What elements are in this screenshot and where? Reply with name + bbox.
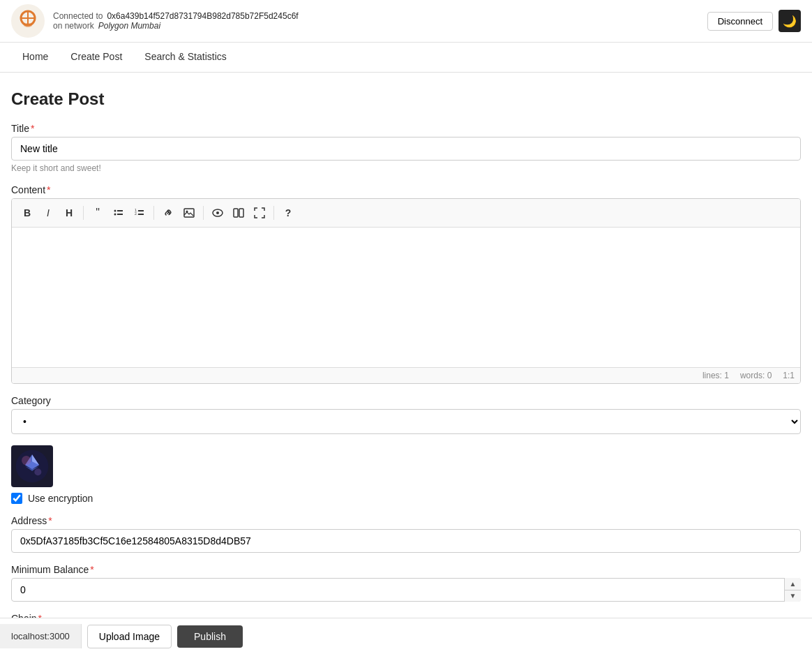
toolbar-link-button[interactable]	[158, 203, 178, 223]
toolbar-blockquote-button[interactable]: "	[88, 203, 107, 223]
editor-words: words: 0	[740, 371, 772, 380]
bottom-url: localhost:3000	[0, 624, 82, 648]
wallet-address: 0x6a439b14f527d8731794B982d785b72F5d245c…	[107, 11, 298, 21]
editor-lines: lines: 1	[702, 371, 729, 380]
header-right: Disconnect 🌙	[707, 10, 801, 32]
main-content: Create Post Title* Keep it short and swe…	[0, 73, 812, 654]
toolbar-sep-3	[203, 206, 204, 220]
fullscreen-icon	[254, 207, 265, 218]
editor-cursor: 1:1	[783, 371, 795, 380]
logo-area	[11, 4, 45, 38]
use-encryption-checkbox[interactable]	[11, 493, 22, 504]
svg-rect-18	[239, 209, 243, 217]
min-balance-input[interactable]	[11, 578, 801, 602]
svg-rect-13	[184, 209, 194, 217]
min-balance-group: Minimum Balance* ▲ ▼	[11, 564, 801, 602]
address-label: Address*	[11, 515, 801, 526]
editor-toolbar: B I H " 1. 2.	[12, 199, 800, 228]
svg-rect-17	[234, 209, 238, 217]
svg-point-4	[24, 23, 32, 27]
toolbar-sep-1	[83, 206, 84, 220]
toolbar-italic-button[interactable]: I	[38, 203, 58, 223]
toolbar-bold-button[interactable]: B	[17, 203, 37, 223]
svg-point-7	[114, 214, 116, 216]
publish-button[interactable]: Publish	[177, 625, 243, 648]
content-required-star: *	[47, 184, 50, 195]
toolbar-guide-button[interactable]: ?	[278, 203, 298, 223]
address-group: Address*	[11, 515, 801, 553]
svg-text:2.: 2.	[135, 211, 137, 216]
title-required-star: *	[31, 123, 34, 134]
content-editor: B I H " 1. 2.	[11, 198, 801, 384]
on-network-label: on network	[53, 21, 94, 31]
svg-rect-8	[117, 214, 123, 215]
svg-rect-6	[117, 210, 123, 211]
toolbar-heading-button[interactable]: H	[59, 203, 79, 223]
header: Connected to 0x6a439b14f527d8731794B982d…	[0, 0, 812, 43]
network-name: Polygon Mumbai	[98, 21, 160, 31]
toolbar-fullscreen-button[interactable]	[250, 203, 269, 223]
title-label: Title*	[11, 123, 801, 134]
ordered-list-icon: 1. 2.	[135, 208, 144, 218]
stepper-up-button[interactable]: ▲	[785, 578, 801, 590]
min-balance-required-star: *	[90, 564, 93, 575]
address-input[interactable]	[11, 529, 801, 553]
moon-icon: 🌙	[783, 15, 797, 28]
content-editor-body[interactable]	[12, 228, 800, 367]
link-icon	[163, 207, 174, 218]
use-encryption-group: Use encryption	[11, 493, 801, 504]
use-encryption-label[interactable]: Use encryption	[28, 493, 93, 504]
svg-point-5	[114, 210, 116, 212]
svg-rect-10	[138, 210, 144, 211]
connected-to-row: Connected to 0x6a439b14f527d8731794B982d…	[53, 11, 299, 21]
nav-item-create-post[interactable]: Create Post	[59, 43, 133, 72]
image-icon	[183, 207, 195, 218]
svg-point-16	[216, 211, 219, 214]
main-nav: Home Create Post Search & Statistics	[0, 43, 812, 73]
editor-statusbar: lines: 1 words: 0 1:1	[12, 367, 800, 383]
title-hint: Keep it short and sweet!	[11, 163, 801, 173]
min-balance-wrapper: ▲ ▼	[11, 578, 801, 602]
title-input[interactable]	[11, 137, 801, 161]
toolbar-sep-2	[153, 206, 154, 220]
disconnect-button[interactable]: Disconnect	[707, 12, 773, 31]
bottom-bar: localhost:3000 Upload Image Publish	[0, 618, 812, 654]
toolbar-preview-button[interactable]	[208, 203, 227, 223]
unordered-list-icon	[114, 208, 123, 218]
toolbar-ordered-list-button[interactable]: 1. 2.	[130, 203, 149, 223]
category-group: Category •	[11, 395, 801, 434]
on-network-row: on network Polygon Mumbai	[53, 21, 299, 31]
svg-point-27	[34, 468, 41, 475]
category-select[interactable]: •	[11, 409, 801, 434]
content-group: Content* B I H " 1	[11, 184, 801, 384]
min-balance-label: Minimum Balance*	[11, 564, 801, 575]
ethereum-thumbnail-icon	[15, 449, 50, 484]
nav-item-search-stats[interactable]: Search & Statistics	[133, 43, 238, 72]
page-title: Create Post	[11, 89, 801, 109]
stepper-down-button[interactable]: ▼	[785, 590, 801, 602]
title-group: Title* Keep it short and sweet!	[11, 123, 801, 173]
category-label: Category	[11, 395, 801, 406]
toolbar-image-button[interactable]	[179, 203, 199, 223]
theme-toggle-button[interactable]: 🌙	[779, 10, 801, 32]
toolbar-side-by-side-button[interactable]	[229, 203, 248, 223]
stepper-buttons: ▲ ▼	[784, 578, 801, 602]
header-left: Connected to 0x6a439b14f527d8731794B982d…	[11, 4, 299, 38]
connected-label: Connected to	[53, 11, 103, 21]
toolbar-sep-4	[273, 206, 274, 220]
toolbar-unordered-list-button[interactable]	[109, 203, 128, 223]
thumbnail-image	[11, 445, 53, 487]
svg-point-26	[22, 456, 31, 465]
side-by-side-icon	[233, 207, 244, 218]
svg-rect-12	[138, 214, 144, 215]
nav-item-home[interactable]: Home	[11, 43, 59, 72]
connection-info: Connected to 0x6a439b14f527d8731794B982d…	[53, 11, 299, 31]
upload-image-button[interactable]: Upload Image	[87, 625, 172, 648]
preview-icon	[212, 207, 223, 218]
logo-icon	[11, 4, 45, 38]
content-label: Content*	[11, 184, 801, 195]
address-required-star: *	[48, 515, 52, 526]
